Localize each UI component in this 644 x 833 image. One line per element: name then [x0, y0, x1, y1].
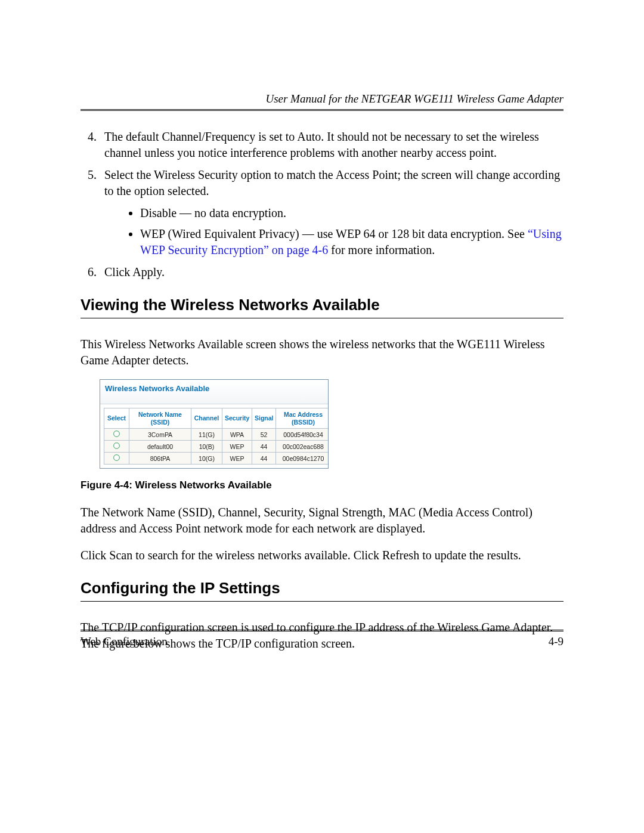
numbered-steps: The default Channel/Frequency is set to …	[80, 129, 564, 280]
bullet-wep-post: for more information.	[328, 243, 435, 256]
section-title-viewing: Viewing the Wireless Networks Available	[80, 296, 564, 314]
bullet-disable: Disable — no data encryption.	[140, 205, 564, 221]
cell-channel: 10(G)	[191, 453, 222, 465]
cell-security: WEP	[222, 453, 252, 465]
step-6: Click Apply.	[100, 264, 564, 280]
section-rule-2	[80, 601, 564, 602]
section1-after2: Click Scan to search for the wireless ne…	[80, 547, 564, 563]
col-security: Security	[222, 408, 252, 429]
radio-icon[interactable]	[113, 442, 120, 449]
cell-bssid: 000d54f80c34	[276, 429, 329, 441]
section-title-ip: Configuring the IP Settings	[80, 579, 564, 597]
radio-icon[interactable]	[113, 431, 120, 437]
section1-intro: This Wireless Networks Available screen …	[80, 336, 564, 368]
cell-security: WPA	[222, 429, 252, 441]
step-5-sublist: Disable — no data encryption. WEP (Wired…	[140, 205, 564, 258]
cell-bssid: 00c002eac688	[276, 441, 329, 453]
header-rule	[80, 109, 564, 111]
col-signal: Signal	[252, 408, 276, 429]
figure-caption: Figure 4-4: Wireless Networks Available	[80, 479, 564, 491]
table-row: 3ComPA 11(G) WPA 52 000d54f80c34 Yes	[104, 429, 329, 441]
table-row: default00 10(B) WEP 44 00c002eac688 Yes	[104, 441, 329, 453]
cell-bssid: 00e0984c1270	[276, 453, 329, 465]
footer: Web Configuration 4-9	[80, 630, 564, 648]
radio-icon[interactable]	[113, 454, 120, 461]
step-5-text: Select the Wireless Security option to m…	[104, 168, 560, 197]
cell-ssid: default00	[129, 441, 191, 453]
cell-channel: 11(G)	[191, 429, 222, 441]
cell-channel: 10(B)	[191, 441, 222, 453]
section1-after1: The Network Name (SSID), Channel, Securi…	[80, 504, 564, 537]
running-header: User Manual for the NETGEAR WGE111 Wirel…	[80, 92, 564, 106]
panel-title: Wireless Networks Available	[100, 380, 328, 404]
wireless-networks-panel: Wireless Networks Available Select Netwo…	[100, 379, 329, 469]
step-4: The default Channel/Frequency is set to …	[100, 129, 564, 161]
cell-signal: 44	[252, 453, 276, 465]
cell-ssid: 3ComPA	[129, 429, 191, 441]
cell-security: WEP	[222, 441, 252, 453]
bullet-wep-pre: WEP (Wired Equivalent Privacy) — use WEP…	[140, 227, 528, 240]
table-header-row: Select Network Name (SSID) Channel Secur…	[104, 408, 329, 429]
section-rule-1	[80, 318, 564, 318]
step-5: Select the Wireless Security option to m…	[100, 167, 564, 258]
footer-left: Web Configuration	[80, 635, 168, 648]
col-ssid: Network Name (SSID)	[129, 408, 191, 429]
col-channel: Channel	[191, 408, 222, 429]
cell-ssid: 806tPA	[129, 453, 191, 465]
cell-signal: 52	[252, 429, 276, 441]
col-select: Select	[104, 408, 129, 429]
footer-rule	[80, 630, 564, 631]
networks-table: Select Network Name (SSID) Channel Secur…	[104, 408, 329, 465]
col-bssid: Mac Address (BSSID)	[276, 408, 329, 429]
footer-right: 4-9	[549, 635, 564, 648]
bullet-wep: WEP (Wired Equivalent Privacy) — use WEP…	[140, 226, 564, 258]
table-row: 806tPA 10(G) WEP 44 00e0984c1270 Yes	[104, 453, 329, 465]
cell-signal: 44	[252, 441, 276, 453]
